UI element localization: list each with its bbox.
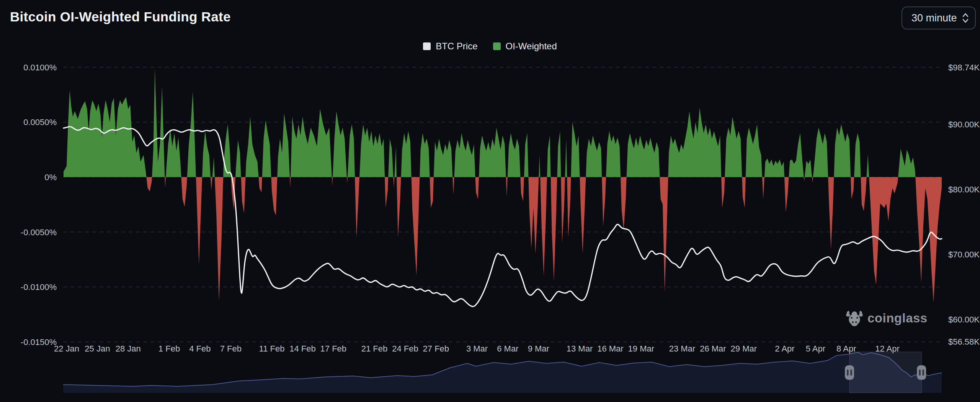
navigator-selection[interactable]: [849, 352, 921, 393]
x-axis-label: 1 Feb: [158, 344, 180, 353]
watermark-text: coinglass: [867, 311, 928, 326]
x-axis-label: 11 Feb: [259, 344, 285, 353]
navigator-handle-right[interactable]: [917, 365, 926, 380]
y-axis-right-label: $90.00K: [948, 120, 980, 129]
y-axis-right-label: $80.00K: [948, 185, 980, 194]
x-axis-label: 7 Feb: [220, 344, 242, 353]
x-axis-label: 3 Mar: [466, 344, 488, 353]
handle-grip-bar: [919, 369, 921, 376]
funding-rate-chart[interactable]: 0.0100%0.0050%0%-0.0050%-0.0100%-0.0150%…: [0, 0, 980, 402]
x-axis-label: 14 Feb: [289, 344, 316, 353]
y-axis-left-label: 0.0100%: [23, 63, 57, 72]
x-axis-label: 29 Mar: [731, 344, 757, 353]
navigator-handle-left[interactable]: [845, 365, 854, 380]
navigator-area: [63, 352, 942, 393]
y-axis-right-label: $70.00K: [948, 250, 980, 259]
x-axis-label: 6 Mar: [497, 344, 518, 353]
y-axis-left-label: -0.0150%: [21, 337, 57, 347]
x-axis-label: 23 Mar: [669, 344, 695, 353]
coinglass-watermark: coinglass: [845, 309, 928, 327]
x-axis-label: 16 Mar: [597, 344, 623, 353]
x-axis-label: 4 Feb: [189, 344, 211, 353]
x-axis-label: 2 Apr: [775, 344, 794, 353]
y-axis-right-label: $56.58K: [948, 337, 980, 347]
x-axis-label: 5 Apr: [806, 344, 825, 353]
coinglass-bull-icon: [845, 309, 864, 327]
x-axis-label: 21 Feb: [361, 344, 388, 353]
x-axis-label: 26 Mar: [700, 344, 726, 353]
x-axis-label: 13 Mar: [567, 344, 593, 353]
x-axis-label: 28 Jan: [116, 344, 141, 353]
y-axis-left-label: 0%: [44, 173, 57, 182]
y-axis-left-label: 0.0050%: [23, 117, 57, 127]
oi-weighted-positive-area: [64, 68, 942, 177]
oi-weighted-negative-area: [64, 177, 942, 302]
x-axis-label: 17 Feb: [320, 344, 347, 353]
handle-grip-bar: [847, 369, 849, 376]
x-axis-label: 27 Feb: [423, 344, 449, 353]
x-axis-label: 9 Mar: [528, 344, 549, 353]
x-axis-label: 22 Jan: [54, 344, 79, 353]
x-axis-label: 25 Jan: [85, 344, 110, 353]
handle-grip-bar: [923, 369, 924, 376]
x-axis-label: 19 Mar: [628, 344, 654, 353]
y-axis-right-label: $98.74K: [948, 63, 980, 72]
y-axis-left-label: -0.0050%: [21, 228, 57, 237]
x-axis-label: 24 Feb: [392, 344, 418, 353]
y-axis-left-label: -0.0100%: [21, 282, 57, 292]
handle-grip-bar: [851, 369, 852, 376]
y-axis-right-label: $60.00K: [948, 315, 980, 324]
